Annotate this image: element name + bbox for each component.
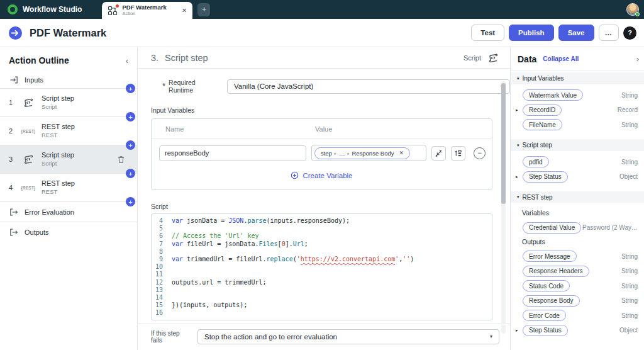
test-button[interactable]: Test <box>471 25 504 41</box>
data-row: ▸Step StatusObject <box>511 323 644 338</box>
input-variables-table: Name Value step▸…▸Response Body✕ <box>151 118 492 190</box>
data-type-label: String <box>621 283 638 290</box>
caret-right-icon[interactable]: ▸ <box>516 108 523 113</box>
tree-view-button[interactable] <box>451 146 465 161</box>
step-index: 1 <box>9 99 16 106</box>
script-code-editor[interactable]: 4var jsonData = JSON.parse(inputs.respon… <box>151 213 492 320</box>
input-variables-title: Input Variables <box>151 106 510 114</box>
column-name: Name <box>165 125 315 133</box>
data-type-label: Record <box>618 106 638 113</box>
new-tab-button[interactable]: + <box>197 3 210 16</box>
data-row: Status CodeString <box>511 279 644 294</box>
tab-subtitle: Action <box>122 11 166 16</box>
outline-label: Inputs <box>25 76 43 84</box>
script-title: Script <box>151 203 510 210</box>
caret-right-icon[interactable]: ▸ <box>516 174 523 179</box>
add-step-button[interactable]: + <box>126 140 135 150</box>
data-pill[interactable]: Response Headers <box>523 266 589 277</box>
main-scrollbar-track[interactable] <box>501 81 506 334</box>
data-pill[interactable]: Credential Value <box>523 222 581 234</box>
tab-pdf-watermark[interactable]: PDF Watermark Action ✕ <box>102 2 192 19</box>
collapse-sidebar-icon[interactable]: ‹ <box>126 56 128 65</box>
code-line: 11 <box>152 271 492 278</box>
data-type-label: String <box>621 92 638 99</box>
step-index: 3 <box>9 155 16 163</box>
help-button[interactable]: ? <box>623 26 636 40</box>
fail-behavior-select[interactable]: Stop the action and go to error evaluati… <box>197 329 499 344</box>
data-pill-picker-button[interactable] <box>431 146 446 161</box>
publish-button[interactable]: Publish <box>509 25 554 41</box>
action-outline-title: Action Outline <box>9 55 69 65</box>
tab-close-icon[interactable]: ✕ <box>182 7 187 14</box>
step-type: REST <box>42 132 75 139</box>
collapse-panel-icon[interactable]: › <box>636 54 639 64</box>
create-variable-link[interactable]: Create Variable <box>152 164 492 189</box>
step-label: REST step <box>42 123 75 132</box>
collapse-all-link[interactable]: Collapse All <box>543 55 579 62</box>
data-pill[interactable]: FileName <box>523 119 562 130</box>
step-label: REST step <box>42 179 75 188</box>
code-line: 4var jsonData = JSON.parse(inputs.respon… <box>152 217 492 225</box>
code-line: 5 <box>152 225 492 232</box>
data-pill[interactable]: Response Body <box>523 295 580 307</box>
main-scrollbar-thumb[interactable] <box>501 83 506 204</box>
outline-item-inputs[interactable]: Inputs+ <box>0 71 137 89</box>
outline-item-1-script-step[interactable]: 1Script stepScript+ <box>0 89 137 117</box>
outline-item-4-rest-step[interactable]: 4{REST}REST stepREST+ <box>0 174 137 202</box>
data-group-label: Variables <box>511 206 644 220</box>
remove-chip-icon[interactable]: ✕ <box>399 150 404 156</box>
data-type-label: String <box>621 297 638 304</box>
output-icon <box>9 227 19 237</box>
code-line: 16 <box>152 309 492 317</box>
delete-step-icon[interactable] <box>117 155 125 164</box>
data-pill[interactable]: Error Code <box>523 310 566 321</box>
remove-variable-button[interactable]: − <box>474 147 486 159</box>
rest-icon: {REST} <box>20 186 36 190</box>
add-step-button[interactable]: + <box>126 84 135 93</box>
add-step-button[interactable]: + <box>126 169 135 178</box>
data-type-label: String <box>621 312 638 319</box>
app-header: PDF Watermark Test Publish Save … ? <box>0 19 644 47</box>
data-section-header[interactable]: ▾Input Variables <box>511 72 644 84</box>
outline-label: Outputs <box>25 229 49 236</box>
code-line: 9var trimmedUrl = fileUrl.replace('https… <box>152 256 492 263</box>
more-options-button[interactable]: … <box>599 25 619 41</box>
step-label: Script step <box>42 151 74 160</box>
data-row: ▸Step StatusObject <box>511 169 644 184</box>
data-pill-chip[interactable]: step▸…▸Response Body✕ <box>314 147 410 159</box>
data-section-header[interactable]: ▾REST step <box>511 191 644 203</box>
data-pill[interactable]: Step Status <box>523 171 568 183</box>
outline-item-2-rest-step[interactable]: 2{REST}REST stepREST+ <box>0 117 137 145</box>
code-line: 15})(inputs, outputs); <box>152 302 492 309</box>
data-pill[interactable]: Error Message <box>523 251 577 262</box>
line-number: 8 <box>152 248 172 256</box>
output-icon <box>9 207 19 217</box>
data-pill[interactable]: RecordID <box>523 104 562 116</box>
code-line: 10 <box>152 263 492 271</box>
caret-right-icon[interactable]: ▸ <box>516 328 523 333</box>
runtime-label: Required Runtime <box>169 79 221 94</box>
user-avatar[interactable] <box>626 3 639 16</box>
plus-circle-icon <box>291 171 299 179</box>
data-section-header[interactable]: ▾Script step <box>511 139 644 151</box>
data-type-label: Object <box>619 327 638 334</box>
data-pill[interactable]: Step Status <box>523 325 568 336</box>
add-step-button[interactable]: + <box>126 197 135 206</box>
line-number: 7 <box>152 240 172 248</box>
runtime-select[interactable]: Vanilla (Core JavaScript) ▾ <box>227 79 510 94</box>
outline-item-3-script-step[interactable]: 3Script stepScript+ <box>0 145 137 174</box>
variable-name-input[interactable] <box>159 145 306 161</box>
line-number: 5 <box>152 225 172 232</box>
variable-value-field[interactable]: step▸…▸Response Body✕ <box>311 145 426 161</box>
outline-item-error-evaluation[interactable]: Error Evaluation <box>0 202 137 222</box>
outline-item-outputs[interactable]: Outputs <box>0 222 137 242</box>
data-pill[interactable]: pdfid <box>523 156 549 167</box>
save-button[interactable]: Save <box>558 25 594 41</box>
line-number: 4 <box>152 217 172 225</box>
data-pill[interactable]: Watermark Value <box>523 89 583 101</box>
chevron-right-icon: ▸ <box>347 151 349 155</box>
action-outline-panel: Action Outline ‹ Inputs+1Script stepScri… <box>0 47 138 350</box>
data-pill[interactable]: Status Code <box>523 280 570 291</box>
add-step-button[interactable]: + <box>126 112 135 121</box>
data-type-label: String <box>621 268 638 274</box>
